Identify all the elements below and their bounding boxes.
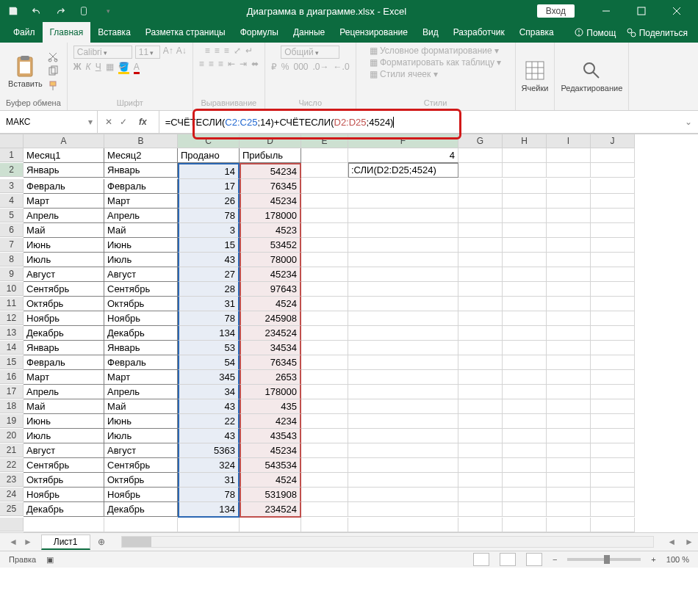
cell-D24[interactable]: 531908	[240, 488, 301, 502]
cell-I3[interactable]	[547, 179, 591, 194]
share-button[interactable]: Поделиться	[626, 27, 688, 38]
tab-home[interactable]: Главная	[43, 22, 91, 43]
row-header-12[interactable]: 12	[0, 311, 24, 325]
cell-J24[interactable]	[591, 488, 635, 502]
cell-F25[interactable]	[348, 502, 458, 517]
cell-G2[interactable]	[458, 163, 503, 178]
cell-I13[interactable]	[547, 326, 591, 341]
cell-F22[interactable]	[348, 458, 458, 473]
cell-H18[interactable]	[503, 399, 547, 414]
cell-G14[interactable]	[458, 341, 503, 355]
cell-D1[interactable]: Прибыль	[240, 148, 301, 163]
col-header-A[interactable]: A	[24, 134, 104, 148]
view-page-layout-icon[interactable]	[500, 553, 516, 566]
cell-I6[interactable]	[547, 223, 591, 238]
fx-icon[interactable]: fx	[134, 117, 151, 127]
cell-J21[interactable]	[591, 443, 635, 458]
close-button[interactable]	[660, 0, 694, 22]
cell-H3[interactable]	[503, 179, 547, 194]
save-icon[interactable]	[4, 2, 22, 20]
cell-B14[interactable]: Январь	[104, 341, 178, 355]
cell-F16[interactable]	[348, 370, 458, 385]
cell-B24[interactable]: Ноябрь	[104, 488, 178, 502]
cell-J2[interactable]	[591, 163, 635, 178]
cell-D2[interactable]: 54234	[240, 163, 301, 179]
tab-page-layout[interactable]: Разметка страницы	[138, 22, 233, 43]
zoom-out-icon[interactable]: −	[553, 555, 557, 564]
align-middle-icon[interactable]: ≡	[215, 46, 220, 56]
cell-F13[interactable]	[348, 326, 458, 341]
cell-H15[interactable]	[503, 355, 547, 370]
cell-D10[interactable]: 97643	[240, 282, 301, 297]
cell-E5[interactable]	[301, 209, 348, 223]
cell-I25[interactable]	[547, 502, 591, 517]
cell-E1[interactable]	[301, 148, 348, 163]
cell-J6[interactable]	[591, 223, 635, 238]
italic-button[interactable]: К	[86, 62, 91, 74]
paste-button[interactable]: Вставить	[8, 54, 43, 88]
scroll-left-icon[interactable]: ◄	[663, 537, 680, 547]
cell-G15[interactable]	[458, 355, 503, 370]
cell-I8[interactable]	[547, 253, 591, 267]
cell-D20[interactable]: 43543	[240, 429, 301, 443]
cell-A4[interactable]: Март	[24, 194, 104, 209]
expand-formula-bar-icon[interactable]: ⌄	[679, 117, 698, 127]
cell-C5[interactable]: 78	[178, 209, 240, 223]
cell-D16[interactable]: 2653	[240, 370, 301, 385]
cell-H23[interactable]	[503, 473, 547, 488]
cell-A22[interactable]: Сентябрь	[24, 458, 104, 473]
cell-G8[interactable]	[458, 253, 503, 267]
cell-B9[interactable]: Август	[104, 267, 178, 282]
cell-F23[interactable]	[348, 473, 458, 488]
cell-D14[interactable]: 34534	[240, 341, 301, 355]
cell-B11[interactable]: Октябрь	[104, 297, 178, 311]
cell-D23[interactable]: 4524	[240, 473, 301, 488]
cell-F10[interactable]	[348, 282, 458, 297]
tab-file[interactable]: Файл	[6, 22, 43, 43]
font-size-select[interactable]: 11	[135, 46, 160, 59]
cell-C13[interactable]: 134	[178, 326, 240, 341]
cell-C2[interactable]: 14	[178, 163, 240, 179]
cell-I9[interactable]	[547, 267, 591, 282]
cell-H8[interactable]	[503, 253, 547, 267]
wrap-text-icon[interactable]: ↵	[245, 46, 253, 56]
cell-C15[interactable]: 54	[178, 355, 240, 370]
cell-B4[interactable]: Март	[104, 194, 178, 209]
zoom-slider[interactable]	[567, 558, 641, 561]
indent-dec-icon[interactable]: ⇤	[228, 59, 235, 69]
cell-J20[interactable]	[591, 429, 635, 443]
cell-J12[interactable]	[591, 311, 635, 326]
row-header-21[interactable]: 21	[0, 443, 24, 457]
cell-G24[interactable]	[458, 488, 503, 502]
cell-E20[interactable]	[301, 429, 348, 443]
cell-A21[interactable]: Август	[24, 443, 104, 458]
cell-I14[interactable]	[547, 341, 591, 355]
tab-developer[interactable]: Разработчик	[446, 22, 512, 43]
cell-E25[interactable]	[301, 502, 348, 517]
cell-A15[interactable]: Февраль	[24, 355, 104, 370]
align-center-icon[interactable]: ≡	[209, 59, 214, 69]
cell-I5[interactable]	[547, 209, 591, 223]
cell-F6[interactable]	[348, 223, 458, 238]
cancel-formula-icon[interactable]: ✕	[105, 117, 112, 127]
cell-E8[interactable]	[301, 253, 348, 267]
cell-E7[interactable]	[301, 238, 348, 253]
col-header-E[interactable]: E	[301, 134, 348, 148]
editing-button[interactable]: Редактирование	[561, 59, 622, 93]
cell-E13[interactable]	[301, 326, 348, 341]
cell-B3[interactable]: Февраль	[104, 179, 178, 194]
cell-I10[interactable]	[547, 282, 591, 297]
cell-G25[interactable]	[458, 502, 503, 517]
cell-A13[interactable]: Декабрь	[24, 326, 104, 341]
sheet-tab[interactable]: Лист1	[41, 535, 90, 550]
cell-G9[interactable]	[458, 267, 503, 282]
cell-C7[interactable]: 15	[178, 238, 240, 253]
cell-F15[interactable]	[348, 355, 458, 370]
cell-empty[interactable]	[24, 518, 104, 532]
cell-I1[interactable]	[547, 148, 591, 163]
cell-J11[interactable]	[591, 297, 635, 311]
cell-B6[interactable]: Май	[104, 223, 178, 238]
cell-D3[interactable]: 76345	[240, 179, 301, 194]
cells-button[interactable]: Ячейки	[522, 59, 549, 93]
row-header-5[interactable]: 5	[0, 209, 24, 222]
